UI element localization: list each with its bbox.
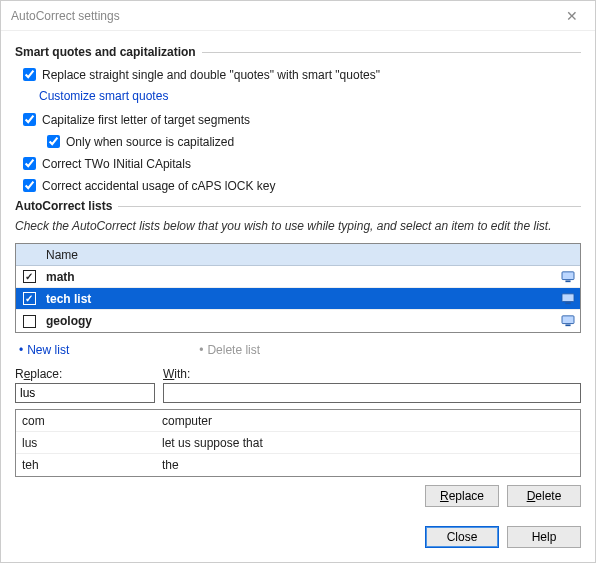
list-checkbox[interactable]	[23, 315, 36, 328]
option-only-when-source[interactable]: Only when source is capitalized	[43, 132, 581, 151]
list-name: geology	[42, 314, 556, 328]
replace-button[interactable]: Replace	[425, 485, 499, 507]
list-checkbox[interactable]	[23, 270, 36, 283]
link-delete-list[interactable]: •Delete list	[199, 343, 260, 357]
option-two-initial-capitals[interactable]: Correct TWo INitial CApitals	[19, 154, 581, 173]
title-bar: AutoCorrect settings ✕	[1, 1, 595, 31]
label-with: With:	[163, 367, 581, 381]
option-caps-lock[interactable]: Correct accidental usage of cAPS lOCK ke…	[19, 176, 581, 195]
list-row[interactable]: math	[16, 266, 580, 288]
dialog-footer: Close Help	[1, 516, 595, 562]
replace-value: the	[156, 458, 580, 472]
checkbox-replace-quotes[interactable]	[23, 68, 36, 81]
computer-icon	[556, 315, 580, 327]
lists-description: Check the AutoCorrect lists below that y…	[15, 219, 581, 233]
replace-value: computer	[156, 414, 580, 428]
input-with[interactable]	[163, 383, 581, 403]
checkbox-only-when-source[interactable]	[47, 135, 60, 148]
svg-rect-3	[565, 302, 570, 304]
svg-rect-1	[565, 280, 570, 282]
delete-button[interactable]: Delete	[507, 485, 581, 507]
help-button[interactable]: Help	[507, 526, 581, 548]
list-name: math	[42, 270, 556, 284]
list-row[interactable]: tech list	[16, 288, 580, 310]
option-replace-quotes[interactable]: Replace straight single and double "quot…	[19, 65, 581, 84]
replace-key: teh	[16, 458, 156, 472]
list-checkbox[interactable]	[23, 292, 36, 305]
close-button[interactable]: Close	[425, 526, 499, 548]
replace-key: com	[16, 414, 156, 428]
svg-rect-0	[562, 271, 574, 279]
lists-table-header: Name	[16, 244, 580, 266]
option-capitalize-first[interactable]: Capitalize first letter of target segmen…	[19, 110, 581, 129]
window-title: AutoCorrect settings	[11, 9, 557, 23]
checkbox-capitalize-first[interactable]	[23, 113, 36, 126]
dialog-content: Smart quotes and capitalization Replace …	[1, 31, 595, 516]
replace-value: let us suppose that	[156, 436, 580, 450]
table-row[interactable]: luslet us suppose that	[16, 432, 580, 454]
list-row[interactable]: geology	[16, 310, 580, 332]
list-name: tech list	[42, 292, 556, 306]
autocorrect-settings-dialog: AutoCorrect settings ✕ Smart quotes and …	[0, 0, 596, 563]
column-name[interactable]: Name	[42, 248, 556, 262]
close-icon[interactable]: ✕	[557, 8, 587, 24]
group-autocorrect-lists-header: AutoCorrect lists	[15, 199, 581, 213]
replace-key: lus	[16, 436, 156, 450]
replace-entries-table: comcomputerluslet us suppose thattehthe	[15, 409, 581, 477]
label-replace: Replace:	[15, 367, 155, 381]
checkbox-caps-lock[interactable]	[23, 179, 36, 192]
group-smart-quotes-header: Smart quotes and capitalization	[15, 45, 581, 59]
link-new-list[interactable]: •New list	[19, 343, 69, 357]
computer-icon	[556, 293, 580, 305]
svg-rect-5	[565, 324, 570, 326]
table-row[interactable]: comcomputer	[16, 410, 580, 432]
computer-icon	[556, 271, 580, 283]
svg-rect-2	[562, 293, 574, 301]
link-customize-smart-quotes[interactable]: Customize smart quotes	[39, 89, 168, 103]
input-replace[interactable]	[15, 383, 155, 403]
svg-rect-4	[562, 316, 574, 324]
autocorrect-lists-table: Name mathtech listgeology	[15, 243, 581, 333]
table-row[interactable]: tehthe	[16, 454, 580, 476]
checkbox-two-initial-capitals[interactable]	[23, 157, 36, 170]
